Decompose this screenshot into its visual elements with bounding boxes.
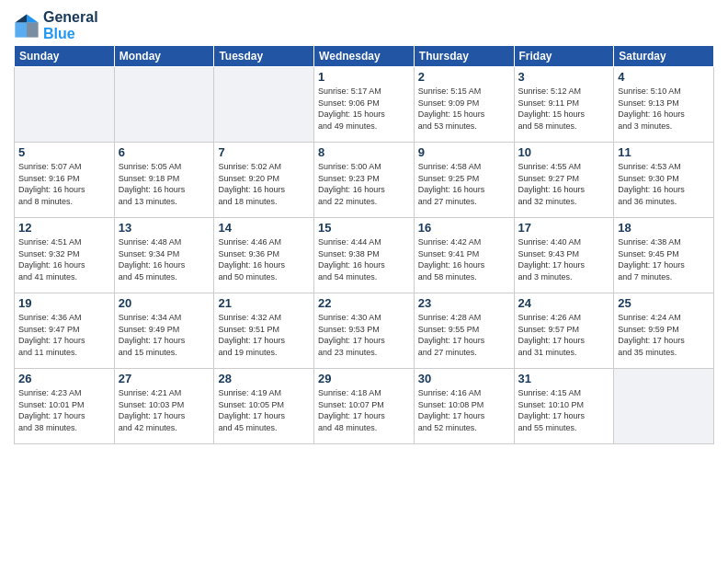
calendar-week-row: 19Sunrise: 4:36 AM Sunset: 9:47 PM Dayli… [15, 293, 714, 369]
calendar-cell: 23Sunrise: 4:28 AM Sunset: 9:55 PM Dayli… [414, 293, 514, 369]
calendar-cell: 26Sunrise: 4:23 AM Sunset: 10:01 PM Dayl… [15, 369, 115, 444]
day-number: 25 [618, 296, 710, 310]
day-number: 9 [418, 145, 510, 159]
day-number: 20 [119, 296, 210, 310]
calendar-cell: 5Sunrise: 5:07 AM Sunset: 9:16 PM Daylig… [15, 143, 115, 218]
day-number: 23 [418, 296, 510, 310]
day-number: 7 [218, 145, 310, 159]
svg-marker-2 [15, 14, 27, 22]
day-info: Sunrise: 5:15 AM Sunset: 9:09 PM Dayligh… [418, 86, 510, 132]
day-info: Sunrise: 4:46 AM Sunset: 9:36 PM Dayligh… [218, 236, 310, 282]
day-number: 1 [318, 70, 410, 84]
calendar-cell: 13Sunrise: 4:48 AM Sunset: 9:34 PM Dayli… [114, 218, 214, 293]
calendar-cell: 27Sunrise: 4:21 AM Sunset: 10:03 PM Dayl… [114, 369, 214, 444]
calendar-header-thursday: Thursday [414, 46, 514, 67]
day-info: Sunrise: 4:16 AM Sunset: 10:08 PM Daylig… [418, 387, 510, 433]
day-number: 4 [618, 70, 710, 84]
day-info: Sunrise: 4:18 AM Sunset: 10:07 PM Daylig… [318, 387, 410, 433]
logo-icon [14, 13, 40, 39]
calendar-table: SundayMondayTuesdayWednesdayThursdayFrid… [14, 45, 714, 444]
day-number: 15 [318, 221, 410, 235]
day-number: 22 [318, 296, 410, 310]
logo: General Blue [14, 9, 98, 41]
day-info: Sunrise: 4:51 AM Sunset: 9:32 PM Dayligh… [18, 236, 110, 282]
day-number: 27 [119, 372, 210, 385]
logo-text: General Blue [43, 9, 98, 41]
day-info: Sunrise: 4:26 AM Sunset: 9:57 PM Dayligh… [518, 312, 610, 358]
day-info: Sunrise: 5:00 AM Sunset: 9:23 PM Dayligh… [318, 161, 410, 207]
calendar-cell: 22Sunrise: 4:30 AM Sunset: 9:53 PM Dayli… [314, 293, 415, 369]
day-number: 5 [18, 145, 110, 159]
calendar-cell: 28Sunrise: 4:19 AM Sunset: 10:05 PM Dayl… [214, 369, 314, 444]
calendar-header-sunday: Sunday [15, 46, 115, 67]
calendar-cell: 30Sunrise: 4:16 AM Sunset: 10:08 PM Dayl… [414, 369, 514, 444]
day-number: 26 [18, 372, 110, 385]
calendar-cell: 1Sunrise: 5:17 AM Sunset: 9:06 PM Daylig… [314, 67, 415, 143]
day-info: Sunrise: 4:19 AM Sunset: 10:05 PM Daylig… [218, 387, 310, 433]
calendar-header-wednesday: Wednesday [314, 46, 415, 67]
day-number: 2 [418, 70, 510, 84]
day-number: 29 [318, 372, 410, 385]
calendar-cell: 15Sunrise: 4:44 AM Sunset: 9:38 PM Dayli… [314, 218, 415, 293]
calendar-cell: 9Sunrise: 4:58 AM Sunset: 9:25 PM Daylig… [414, 143, 514, 218]
calendar-cell [214, 67, 314, 143]
calendar-cell [614, 369, 714, 444]
calendar-week-row: 5Sunrise: 5:07 AM Sunset: 9:16 PM Daylig… [15, 143, 714, 218]
calendar-week-row: 1Sunrise: 5:17 AM Sunset: 9:06 PM Daylig… [15, 67, 714, 143]
svg-marker-4 [27, 22, 39, 37]
day-info: Sunrise: 4:34 AM Sunset: 9:49 PM Dayligh… [119, 312, 210, 358]
page-container: General Blue SundayMondayTuesdayWednesda… [0, 0, 728, 449]
calendar-cell: 31Sunrise: 4:15 AM Sunset: 10:10 PM Dayl… [514, 369, 614, 444]
day-info: Sunrise: 4:48 AM Sunset: 9:34 PM Dayligh… [119, 236, 210, 282]
day-info: Sunrise: 4:23 AM Sunset: 10:01 PM Daylig… [18, 387, 110, 433]
calendar-cell: 14Sunrise: 4:46 AM Sunset: 9:36 PM Dayli… [214, 218, 314, 293]
day-number: 8 [318, 145, 410, 159]
calendar-cell: 20Sunrise: 4:34 AM Sunset: 9:49 PM Dayli… [114, 293, 214, 369]
day-number: 14 [218, 221, 310, 235]
calendar-cell: 7Sunrise: 5:02 AM Sunset: 9:20 PM Daylig… [214, 143, 314, 218]
calendar-week-row: 12Sunrise: 4:51 AM Sunset: 9:32 PM Dayli… [15, 218, 714, 293]
day-number: 3 [518, 70, 610, 84]
calendar-cell: 21Sunrise: 4:32 AM Sunset: 9:51 PM Dayli… [214, 293, 314, 369]
day-number: 17 [518, 221, 610, 235]
calendar-cell: 6Sunrise: 5:05 AM Sunset: 9:18 PM Daylig… [114, 143, 214, 218]
day-number: 28 [218, 372, 310, 385]
calendar-cell: 8Sunrise: 5:00 AM Sunset: 9:23 PM Daylig… [314, 143, 415, 218]
calendar-header-saturday: Saturday [614, 46, 714, 67]
day-number: 30 [418, 372, 510, 385]
header: General Blue [14, 9, 714, 41]
day-info: Sunrise: 4:28 AM Sunset: 9:55 PM Dayligh… [418, 312, 510, 358]
day-number: 18 [618, 221, 710, 235]
day-number: 13 [119, 221, 210, 235]
day-info: Sunrise: 4:15 AM Sunset: 10:10 PM Daylig… [518, 387, 610, 433]
calendar-week-row: 26Sunrise: 4:23 AM Sunset: 10:01 PM Dayl… [15, 369, 714, 444]
day-info: Sunrise: 4:36 AM Sunset: 9:47 PM Dayligh… [18, 312, 110, 358]
day-info: Sunrise: 4:38 AM Sunset: 9:45 PM Dayligh… [618, 236, 710, 282]
calendar-cell [114, 67, 214, 143]
day-info: Sunrise: 5:17 AM Sunset: 9:06 PM Dayligh… [318, 86, 410, 132]
calendar-cell: 24Sunrise: 4:26 AM Sunset: 9:57 PM Dayli… [514, 293, 614, 369]
day-number: 21 [218, 296, 310, 310]
calendar-cell [15, 67, 115, 143]
day-number: 10 [518, 145, 610, 159]
day-info: Sunrise: 5:05 AM Sunset: 9:18 PM Dayligh… [119, 161, 210, 207]
day-info: Sunrise: 4:32 AM Sunset: 9:51 PM Dayligh… [218, 312, 310, 358]
day-number: 24 [518, 296, 610, 310]
day-info: Sunrise: 5:12 AM Sunset: 9:11 PM Dayligh… [518, 86, 610, 132]
calendar-cell: 12Sunrise: 4:51 AM Sunset: 9:32 PM Dayli… [15, 218, 115, 293]
calendar-cell: 17Sunrise: 4:40 AM Sunset: 9:43 PM Dayli… [514, 218, 614, 293]
day-number: 6 [119, 145, 210, 159]
day-info: Sunrise: 5:02 AM Sunset: 9:20 PM Dayligh… [218, 161, 310, 207]
day-info: Sunrise: 4:40 AM Sunset: 9:43 PM Dayligh… [518, 236, 610, 282]
day-number: 11 [618, 145, 710, 159]
calendar-cell: 4Sunrise: 5:10 AM Sunset: 9:13 PM Daylig… [614, 67, 714, 143]
day-info: Sunrise: 5:10 AM Sunset: 9:13 PM Dayligh… [618, 86, 710, 132]
calendar-cell: 19Sunrise: 4:36 AM Sunset: 9:47 PM Dayli… [15, 293, 115, 369]
day-info: Sunrise: 5:07 AM Sunset: 9:16 PM Dayligh… [18, 161, 110, 207]
day-number: 16 [418, 221, 510, 235]
day-info: Sunrise: 4:55 AM Sunset: 9:27 PM Dayligh… [518, 161, 610, 207]
day-info: Sunrise: 4:24 AM Sunset: 9:59 PM Dayligh… [618, 312, 710, 358]
day-number: 19 [18, 296, 110, 310]
day-number: 12 [18, 221, 110, 235]
day-info: Sunrise: 4:44 AM Sunset: 9:38 PM Dayligh… [318, 236, 410, 282]
